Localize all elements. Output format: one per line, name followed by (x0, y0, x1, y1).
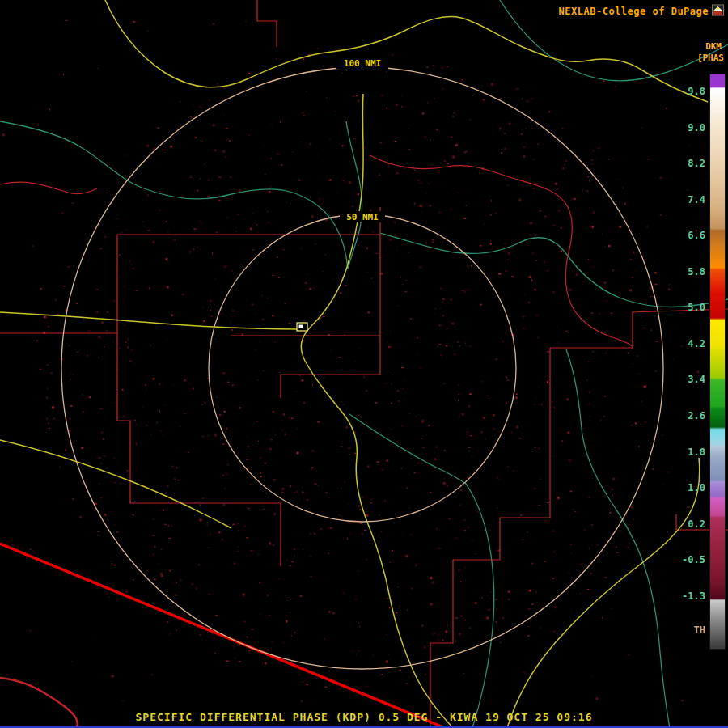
colorbar-tick-label: 5.0 (688, 302, 705, 313)
colorbar-unit-label: DKM (705, 41, 722, 52)
colorbar-tick-label: 9.0 (688, 122, 705, 133)
county-path (0, 182, 97, 194)
ring-label-100nmi: 100 NMI (344, 58, 381, 69)
colorbar-tick-label: -1.3 (682, 590, 705, 602)
river-path (349, 414, 494, 728)
highway-path (0, 440, 231, 528)
county-path (281, 336, 380, 398)
colorbar-tick-label: 5.8 (688, 266, 705, 277)
colorbar-tick-label: -0.5 (682, 554, 705, 565)
brand-text: NEXLAB-College of DuPage (559, 6, 709, 17)
radar-site-marker-fill (299, 325, 303, 329)
river-lines (0, 0, 728, 728)
colorbar-tick-label: 0.2 (688, 518, 705, 530)
highway-lines (0, 0, 708, 728)
colorbar-tick-label: 6.6 (688, 230, 705, 241)
highway-path (0, 312, 300, 329)
county-path (117, 235, 281, 566)
radar-display: 100 NMI 50 NMI NEXLAB-College of DuPage … (0, 0, 728, 728)
county-path (430, 348, 550, 728)
colorbar-scale-label: [PHAS (697, 53, 724, 63)
colorbar-tick-label: 4.2 (688, 338, 705, 349)
colorbar-tick-label: 3.4 (688, 374, 705, 385)
radar-echoes (2, 20, 700, 702)
county-border-lines (0, 0, 728, 728)
range-ring-50nmi (209, 214, 516, 522)
river-path (0, 121, 348, 269)
highway-path (301, 94, 453, 728)
ring-label-50nmi: 50 NMI (346, 212, 379, 222)
product-title: SPECIFIC DIFFERENTIAL PHASE (KDP) 0.5 DE… (0, 711, 728, 723)
colorbar-tick-label: 9.8 (688, 86, 705, 97)
nexlab-logo-icon (712, 4, 724, 16)
colorbar-tick-label: 7.4 (688, 194, 705, 205)
colorbar-threshold-label: TH (694, 624, 705, 636)
colorbar-tick-labels: TH 9.89.08.27.46.65.85.04.23.42.61.81.00… (668, 74, 705, 649)
colorbar-tick-label: 1.8 (688, 447, 705, 458)
international-border-line (0, 544, 443, 727)
colorbar-tick-label: 8.2 (688, 158, 705, 169)
county-path (370, 155, 633, 348)
range-rings (61, 67, 663, 669)
colorbar-tick-label: 1.0 (688, 482, 705, 493)
radar-map: 100 NMI 50 NMI (0, 0, 728, 728)
colorbar-tick-label: 2.6 (688, 410, 705, 421)
river-path (566, 349, 670, 728)
colorbar-gradient (710, 74, 725, 649)
border-path (0, 544, 443, 727)
river-path (346, 121, 362, 269)
range-ring-100nmi (61, 67, 663, 669)
radar-site-marker (297, 323, 307, 331)
county-path (257, 0, 277, 47)
